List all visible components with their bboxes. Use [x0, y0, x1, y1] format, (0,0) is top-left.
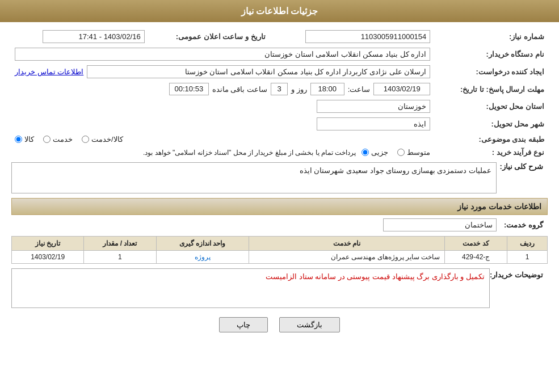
deadline-label: مهلت ارسال پاسخ: تا تاریخ:: [434, 81, 548, 98]
process-radio-group: متوسط جزیی: [362, 148, 430, 157]
cell-unit: پروژه: [156, 251, 249, 264]
process-value: متوسط جزیی پرداخت تمام یا بخشی از مبلغ خ…: [11, 146, 434, 159]
services-table: ردیف کد خدمت نام خدمت واحد اندازه گیری ت…: [11, 236, 548, 264]
cell-name: ساخت سایر پروژه‌های مهندسی عمران: [249, 251, 445, 264]
group-service-box: ساختمان: [383, 218, 497, 231]
send-time-box: 18:00: [310, 83, 344, 95]
buyer-name-row: نام دستگاه خریدار: اداره کل بنیاد مسکن ا…: [11, 45, 548, 63]
buyer-desc-label: توضیحات خریدار:: [490, 268, 548, 279]
time-label: ساعت:: [348, 85, 371, 94]
announce-date-box: 1403/02/16 - 17:41: [43, 30, 145, 43]
table-row: 1 ج-42-429 ساخت سایر پروژه‌های مهندسی عم…: [12, 251, 548, 264]
deadline-row-inner: 1403/02/19 ساعت: 18:00 روز و 3 ساعت باقی…: [15, 83, 430, 95]
need-number-value: 1103005911000154: [269, 28, 434, 45]
need-desc-value: عملیات دستمزدی بهسازی روستای جواد سعیدی …: [300, 166, 491, 175]
buyer-desc-box: تکمیل و بارگذاری برگ پیشنهاد قیمت پیوستی…: [11, 268, 490, 308]
services-table-head: ردیف کد خدمت نام خدمت واحد اندازه گیری ت…: [12, 237, 548, 251]
creator-label: ایجاد کننده درخواست:: [434, 63, 548, 81]
cell-qty: 1: [84, 251, 156, 264]
cell-row: 1: [507, 251, 547, 264]
process-option-jozi[interactable]: جزیی: [362, 148, 388, 157]
buttons-row: بازگشت چاپ: [11, 317, 548, 332]
city-row: شهر محل تحویل: ایذه: [11, 115, 548, 133]
deadline-row: مهلت ارسال پاسخ: تا تاریخ: 1403/02/19 سا…: [11, 81, 548, 98]
page-header: جزئیات اطلاعات نیاز: [0, 0, 559, 22]
city-value: ایذه: [11, 115, 434, 133]
need-desc-box: عملیات دستمزدی بهسازی روستای جواد سعیدی …: [11, 162, 497, 193]
services-section-title: اطلاعات خدمات مورد نیاز: [11, 198, 548, 215]
need-number-row: شماره نیاز: 1103005911000154 تاریخ و ساع…: [11, 28, 548, 45]
announce-date-value: 1403/02/16 - 17:41: [11, 28, 148, 45]
category-label: طبقه بندی موضوعی:: [434, 133, 548, 146]
col-unit: واحد اندازه گیری: [156, 237, 249, 251]
cell-code: ج-42-429: [445, 251, 507, 264]
category-row: طبقه بندی موضوعی: کالا/خدمت خدمت کالا: [11, 133, 548, 146]
col-row: ردیف: [507, 237, 547, 251]
cell-date: 1403/02/19: [12, 251, 84, 264]
group-service-label: گروه خدمت:: [497, 221, 548, 229]
creator-row: ایجاد کننده درخواست: ارسلان علی نژادی کا…: [11, 63, 548, 81]
services-header-row: ردیف کد خدمت نام خدمت واحد اندازه گیری ت…: [12, 237, 548, 251]
need-number-box: 1103005911000154: [305, 30, 430, 43]
need-number-label: شماره نیاز:: [434, 28, 548, 45]
process-option-motavasset[interactable]: متوسط: [397, 148, 430, 157]
province-value: خوزستان: [11, 98, 434, 115]
services-table-body: 1 ج-42-429 ساخت سایر پروژه‌های مهندسی عم…: [12, 251, 548, 264]
buyer-name-label: نام دستگاه خریدار:: [434, 45, 548, 63]
page-wrapper: جزئیات اطلاعات نیاز شماره نیاز: 11030059…: [0, 0, 559, 392]
info-table: شماره نیاز: 1103005911000154 تاریخ و ساع…: [11, 28, 548, 159]
category-option-khadamat[interactable]: خدمت: [43, 135, 73, 144]
remaining-box: 00:10:53: [169, 83, 209, 95]
category-value: کالا/خدمت خدمت کالا: [11, 133, 434, 146]
creator-value: ارسلان علی نژادی کاربردار اداره کل بنیاد…: [11, 63, 434, 81]
group-service-row: گروه خدمت: ساختمان: [11, 218, 548, 231]
group-service-value: ساختمان: [465, 221, 493, 229]
days-box: 3: [271, 83, 288, 95]
buyer-desc-row: توضیحات خریدار: تکمیل و بارگذاری برگ پیش…: [11, 268, 548, 308]
creator-link[interactable]: اطلاعات تماس خریدار: [15, 68, 83, 76]
need-desc-label: شرح کلی نیاز:: [497, 162, 548, 171]
buyer-desc-value: تکمیل و بارگذاری برگ پیشنهاد قیمت پیوستی…: [266, 272, 485, 281]
need-desc-section: شرح کلی نیاز: عملیات دستمزدی بهسازی روست…: [11, 162, 548, 193]
col-code: کد خدمت: [445, 237, 507, 251]
process-row: نوع فرآیند خرید : متوسط جزیی: [11, 146, 548, 159]
page-title: جزئیات اطلاعات نیاز: [241, 6, 318, 16]
col-name: نام خدمت: [249, 237, 445, 251]
buyer-name-value: اداره کل بنیاد مسکن انقلاب اسلامی استان …: [11, 45, 434, 63]
process-note: پرداخت تمام یا بخشی از مبلغ خریدار از مح…: [143, 149, 356, 157]
deadline-value: 1403/02/19 ساعت: 18:00 روز و 3 ساعت باقی…: [11, 81, 434, 98]
col-date: تاریخ نیاز: [12, 237, 84, 251]
category-option-kala[interactable]: کالا: [15, 135, 34, 144]
category-option-kala-khadamat[interactable]: کالا/خدمت: [82, 135, 123, 144]
city-label: شهر محل تحویل:: [434, 115, 548, 133]
send-date-box: 1403/02/19: [373, 83, 430, 95]
days-label: روز و: [291, 85, 307, 94]
creator-box: ارسلان علی نژادی کاربردار اداره کل بنیاد…: [87, 65, 430, 78]
remaining-label: ساعت باقی مانده: [212, 85, 267, 94]
city-box: ایذه: [317, 117, 430, 130]
province-row: استان محل تحویل: خوزستان: [11, 98, 548, 115]
main-content: شماره نیاز: 1103005911000154 تاریخ و ساع…: [0, 22, 559, 344]
process-label: نوع فرآیند خرید :: [434, 146, 548, 159]
category-radio-group: کالا/خدمت خدمت کالا: [15, 135, 430, 144]
buyer-name-box: اداره کل بنیاد مسکن انقلاب اسلامی استان …: [15, 48, 430, 61]
announce-date-label: تاریخ و ساعت اعلان عمومی:: [148, 28, 269, 45]
print-button[interactable]: چاپ: [219, 317, 268, 332]
back-button[interactable]: بازگشت: [279, 317, 340, 332]
col-qty: تعداد / مقدار: [84, 237, 156, 251]
province-box: خوزستان: [317, 100, 430, 113]
province-label: استان محل تحویل:: [434, 98, 548, 115]
